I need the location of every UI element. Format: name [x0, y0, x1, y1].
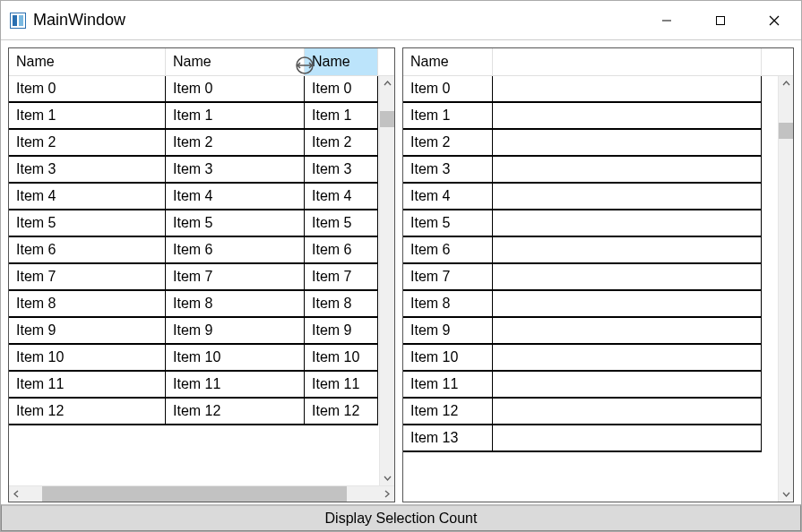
table-cell[interactable]: Item 9: [166, 318, 305, 345]
scroll-track[interactable]: [779, 91, 793, 486]
scroll-up-icon[interactable]: [380, 76, 394, 91]
table-row[interactable]: Item 11Item 11Item 11: [9, 372, 379, 399]
column-header[interactable]: Name: [403, 48, 493, 75]
table-cell[interactable]: Item 12: [305, 399, 378, 425]
right-body[interactable]: Item 0Item 1Item 2Item 3Item 4Item 5Item…: [403, 76, 778, 502]
left-body[interactable]: Item 0Item 0Item 0Item 1Item 1Item 1Item…: [9, 76, 379, 485]
table-cell[interactable]: Item 6: [166, 237, 305, 264]
table-row[interactable]: Item 3: [403, 157, 778, 184]
table-cell[interactable]: Item 2: [305, 130, 378, 157]
table-cell[interactable]: [493, 237, 762, 264]
table-cell[interactable]: [493, 210, 762, 237]
table-cell[interactable]: [493, 291, 762, 318]
maximize-button[interactable]: [694, 1, 747, 40]
scroll-down-icon[interactable]: [779, 486, 793, 502]
table-cell[interactable]: Item 6: [9, 237, 166, 264]
table-cell[interactable]: [493, 399, 762, 425]
scroll-thumb[interactable]: [42, 486, 347, 502]
right-datagrid[interactable]: Name Item 0Item 1Item 2Item 3Item 4Item …: [402, 47, 794, 502]
table-cell[interactable]: Item 4: [403, 184, 493, 210]
table-row[interactable]: Item 1Item 1Item 1: [9, 103, 379, 130]
table-row[interactable]: Item 1: [403, 103, 778, 130]
table-row[interactable]: Item 5: [403, 210, 778, 237]
left-header[interactable]: NameNameName: [9, 48, 394, 76]
table-cell[interactable]: Item 10: [166, 345, 305, 372]
table-cell[interactable]: Item 9: [305, 318, 378, 345]
table-cell[interactable]: Item 0: [166, 76, 305, 103]
table-cell[interactable]: Item 6: [305, 237, 378, 264]
right-vertical-scrollbar[interactable]: [778, 76, 793, 502]
table-cell[interactable]: Item 11: [9, 372, 166, 399]
table-row[interactable]: Item 0Item 0Item 0: [9, 76, 379, 103]
table-row[interactable]: Item 10Item 10Item 10: [9, 345, 379, 372]
table-cell[interactable]: Item 3: [166, 157, 305, 184]
table-cell[interactable]: Item 9: [9, 318, 166, 345]
table-cell[interactable]: Item 1: [403, 103, 493, 130]
table-row[interactable]: Item 8Item 8Item 8: [9, 291, 379, 318]
table-row[interactable]: Item 12: [403, 399, 778, 425]
table-row[interactable]: Item 9: [403, 318, 778, 345]
scroll-right-icon[interactable]: [379, 486, 394, 502]
table-cell[interactable]: [493, 318, 762, 345]
table-cell[interactable]: Item 12: [403, 399, 493, 425]
table-cell[interactable]: Item 0: [305, 76, 378, 103]
table-row[interactable]: Item 7: [403, 264, 778, 291]
table-row[interactable]: Item 4: [403, 184, 778, 210]
table-cell[interactable]: Item 8: [166, 291, 305, 318]
table-cell[interactable]: [493, 372, 762, 399]
table-cell[interactable]: [493, 76, 762, 103]
scroll-down-icon[interactable]: [380, 470, 394, 485]
table-cell[interactable]: Item 4: [166, 184, 305, 210]
table-cell[interactable]: [493, 130, 762, 157]
table-cell[interactable]: Item 0: [9, 76, 166, 103]
scroll-left-icon[interactable]: [9, 486, 24, 502]
table-row[interactable]: Item 3Item 3Item 3: [9, 157, 379, 184]
table-cell[interactable]: [493, 157, 762, 184]
table-row[interactable]: Item 10: [403, 345, 778, 372]
table-cell[interactable]: Item 3: [9, 157, 166, 184]
table-cell[interactable]: Item 3: [305, 157, 378, 184]
table-cell[interactable]: Item 5: [305, 210, 378, 237]
minimize-button[interactable]: [640, 1, 694, 40]
table-cell[interactable]: Item 8: [305, 291, 378, 318]
table-cell[interactable]: Item 5: [166, 210, 305, 237]
table-row[interactable]: Item 6Item 6Item 6: [9, 237, 379, 264]
table-cell[interactable]: Item 0: [403, 76, 493, 103]
table-cell[interactable]: Item 4: [305, 184, 378, 210]
table-cell[interactable]: Item 2: [403, 130, 493, 157]
table-cell[interactable]: [493, 103, 762, 130]
table-cell[interactable]: Item 1: [9, 103, 166, 130]
scroll-track[interactable]: [380, 91, 394, 470]
close-button[interactable]: [747, 1, 801, 40]
column-header[interactable]: Name: [166, 48, 305, 75]
table-cell[interactable]: Item 6: [403, 237, 493, 264]
table-cell[interactable]: Item 12: [166, 399, 305, 425]
table-cell[interactable]: Item 8: [403, 291, 493, 318]
table-cell[interactable]: Item 8: [9, 291, 166, 318]
scroll-track[interactable]: [24, 486, 379, 502]
table-cell[interactable]: Item 13: [403, 425, 493, 452]
table-row[interactable]: Item 7Item 7Item 7: [9, 264, 379, 291]
table-row[interactable]: Item 6: [403, 237, 778, 264]
table-cell[interactable]: Item 7: [403, 264, 493, 291]
left-vertical-scrollbar[interactable]: [379, 76, 394, 485]
table-row[interactable]: Item 5Item 5Item 5: [9, 210, 379, 237]
table-cell[interactable]: Item 9: [403, 318, 493, 345]
table-cell[interactable]: Item 2: [9, 130, 166, 157]
display-selection-count-button[interactable]: Display Selection Count: [1, 504, 801, 531]
scroll-thumb[interactable]: [779, 123, 793, 139]
table-cell[interactable]: Item 1: [305, 103, 378, 130]
table-row[interactable]: Item 12Item 12Item 12: [9, 399, 379, 425]
table-row[interactable]: Item 13: [403, 425, 778, 452]
table-cell[interactable]: Item 7: [9, 264, 166, 291]
table-row[interactable]: Item 2Item 2Item 2: [9, 130, 379, 157]
right-header[interactable]: Name: [403, 48, 793, 76]
table-cell[interactable]: Item 5: [9, 210, 166, 237]
table-cell[interactable]: Item 10: [305, 345, 378, 372]
table-row[interactable]: Item 0: [403, 76, 778, 103]
table-cell[interactable]: Item 10: [9, 345, 166, 372]
column-header[interactable]: Name: [305, 48, 378, 75]
table-cell[interactable]: Item 7: [305, 264, 378, 291]
table-cell[interactable]: Item 2: [166, 130, 305, 157]
column-header[interactable]: [493, 48, 762, 75]
